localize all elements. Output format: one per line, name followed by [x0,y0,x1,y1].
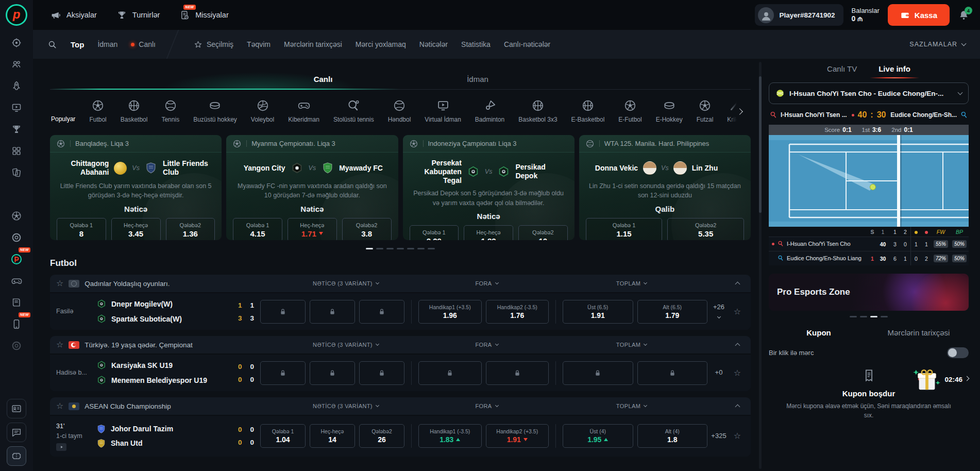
scrollbar[interactable] [759,62,762,469]
market-header-fora[interactable]: FORA [418,280,555,287]
market-header-fora[interactable]: FORA [418,403,555,409]
sport-tab-virtual[interactable]: Virtual İdman [425,99,461,129]
sport-tab-basketbol3x3[interactable]: Basketbol 3x3 [518,99,557,129]
sport-tab-populyar[interactable]: Populyar [51,99,75,129]
favorite-star-icon[interactable]: ☆ [734,308,741,316]
featured-card[interactable]: WTA 125. Manila. Hard. Philippines Donna… [579,135,751,240]
player-account-button[interactable]: Player#82741902 [755,4,843,26]
favorite-star-icon[interactable]: ☆ [56,279,63,288]
more-odds-button[interactable]: +325 [707,432,730,441]
featured-card[interactable]: Myanma Çempionatı. Liqa 3 Yangon City Vs… [226,135,398,240]
more-odds-button[interactable]: +26 [707,303,730,321]
featured-card[interactable]: Banqladeş. Liqa 3 Chittagong Abahani Vs … [50,135,222,240]
sports-scroll-next-button[interactable] [728,100,751,125]
nav-link-calendar[interactable]: Təqvim [247,40,271,48]
odd-button[interactable]: Heç-heçə1.82 [464,225,513,240]
sport-tab-ebasketbol[interactable]: E-Basketbol [571,99,605,129]
league-group-header[interactable]: ☆ Qadınlar Yoldaşlıq oyunları. NƏTİCƏ (3… [50,275,751,292]
odd-button[interactable]: Üst (6.5)1.91 [563,300,633,324]
cards-icon[interactable] [6,162,27,183]
tab-bet-history[interactable]: Mərclərin tarixçəsi [869,328,969,337]
market-header-result[interactable]: NƏTİCƏ (3 VARİANT) [274,342,418,348]
match-selector-dropdown[interactable]: I-Hsuan Cho/Yi Tsen Cho - Eudice Chong/E… [769,82,969,104]
odd-button[interactable]: Qələbə210 [518,225,568,240]
nav-tab-live[interactable]: Canlı [131,40,156,48]
collapse-button[interactable] [730,281,745,286]
scrollbar-thumb[interactable] [759,76,762,213]
nav-link-bet-history[interactable]: Mərclərin tarixçəsi [284,40,342,48]
notifications-bell-icon[interactable]: 4 [958,9,970,21]
soccer-ball-icon[interactable] [6,206,27,226]
sport-tab-futbol[interactable]: Futbol [89,99,106,129]
odd-button[interactable]: Qələbə23.8 [342,218,392,240]
odd-button[interactable]: Qələbə226 [359,424,404,448]
menu-missions[interactable]: Missiyalar NEW [179,10,228,21]
odd-button[interactable]: Qələbə 11.15 [586,218,663,240]
league-group-header[interactable]: ☆ ASEAN Club Championship NƏTİCƏ (3 VARİ… [50,397,751,415]
flame-icon[interactable] [6,184,27,205]
sport-tab-voleybol[interactable]: Voleybol [251,99,274,129]
book-icon[interactable] [6,292,27,313]
sport-tab-basketbol[interactable]: Basketbol [121,99,148,129]
page-dot[interactable] [376,248,383,249]
page-dot[interactable] [860,316,867,317]
one-click-toggle[interactable] [947,347,969,358]
sport-tab-handbol[interactable]: Həndbol [388,99,411,129]
nav-link-live-results[interactable]: Canlı-nəticələr [504,40,550,48]
grid-icon[interactable] [6,141,27,161]
search-icon[interactable] [47,40,57,49]
favorite-star-icon[interactable]: ☆ [56,402,63,410]
tv-play-icon[interactable] [6,97,27,118]
nav-link-statistics[interactable]: Statistika [461,40,491,48]
play-icon[interactable] [56,443,66,451]
id-card-icon[interactable] [7,399,26,418]
nav-tab-sport[interactable]: İdman [97,40,117,48]
target-icon[interactable] [6,32,27,53]
roulette-icon[interactable] [6,227,27,248]
market-header-result[interactable]: NƏTİCƏ (3 VARİANT) [274,280,418,287]
page-dot[interactable] [397,248,404,249]
market-header-result[interactable]: NƏTİCƏ (3 VARİANT) [274,403,418,409]
collapse-button[interactable] [730,403,745,409]
sport-tab-kiberidman[interactable]: Kiberidman [288,99,319,129]
featured-card[interactable]: Indoneziya Çampionatı Liqa 3 Persekat Ka… [403,135,575,240]
match-row[interactable]: Hadisə b... Karsiyaka SK U19 Menemen Bel… [50,354,751,391]
sport-tab-badminton[interactable]: Badminton [475,99,504,129]
odd-button[interactable]: Qələbə25.35 [667,218,744,240]
gamepad-icon[interactable] [6,271,27,291]
odd-button[interactable]: Qələbə 18 [57,218,106,240]
tab-live[interactable]: Canlı [246,69,400,89]
market-header-fora[interactable]: FORA [418,342,555,348]
sport-tab-ehokkey[interactable]: E-Hokkey [656,99,683,129]
odd-button[interactable]: Üst (4)1.95 [563,424,633,448]
odd-button[interactable]: Qələbə21.36 [166,218,215,240]
tab-coupon[interactable]: Kupon [769,328,869,337]
phone-icon[interactable]: NEW [6,314,27,334]
odd-button[interactable]: Heç-heçə14 [310,424,355,448]
menu-tournaments[interactable]: Turnirlər [116,10,160,21]
sport-tab-table-tennis[interactable]: Stolüstü tennis [333,99,374,129]
tab-sport[interactable]: İdman [400,69,555,89]
market-header-total[interactable]: TOPLAM [555,342,707,348]
sport-tab-efutbol[interactable]: E-Futbol [618,99,641,129]
odd-button[interactable]: Alt (6.5)1.79 [637,300,708,324]
page-dot[interactable] [850,316,857,317]
pinup-logo[interactable]: p [6,4,27,26]
tab-live-info[interactable]: Live info [874,59,915,78]
favorite-star-icon[interactable]: ☆ [56,341,63,349]
nav-link-check-bet[interactable]: Mərci yoxlamaq [356,40,406,48]
balance-block[interactable]: Balanslar 0 ₼ [852,7,880,23]
page-dot[interactable] [881,316,888,317]
nav-link-results[interactable]: Nəticələr [419,40,448,48]
page-dot[interactable] [366,248,373,249]
sport-tab-futzal[interactable]: Futzal [697,99,714,129]
tab-live-tv[interactable]: Canlı TV [823,59,861,78]
more-odds-button[interactable]: +0 [707,368,730,377]
settings-button[interactable]: SAZLAMALAR [909,41,966,48]
nav-link-favorites[interactable]: Seçilmiş [194,40,233,49]
market-header-total[interactable]: TOPLAM [555,403,707,409]
menu-promotions[interactable]: Aksiyalar [50,10,97,21]
match-row[interactable]: Fasilə Dnepr Mogilev(W) Spartak Subotica… [50,292,751,330]
favorite-star-icon[interactable]: ☆ [734,369,741,377]
page-dot[interactable] [386,248,394,249]
